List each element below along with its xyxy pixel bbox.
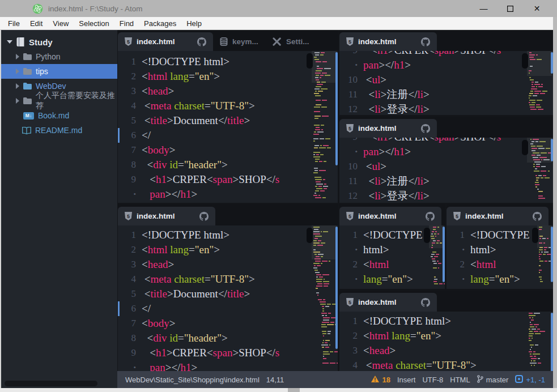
minimap-handle[interactable]	[307, 53, 313, 69]
menu-item-packages[interactable]: Packages	[139, 19, 181, 28]
minimap-visible-region[interactable]	[527, 51, 552, 76]
status-git-diff[interactable]: +1, -1	[515, 375, 545, 385]
minimap-visible-region[interactable]	[312, 225, 337, 259]
chevron-right-icon	[16, 83, 19, 89]
minimize-button[interactable]: —	[470, 0, 497, 17]
code-editor[interactable]: 1<!DOCTYPE html>2<html lang="en">3<head>…	[339, 312, 553, 371]
menu-item-find[interactable]: Find	[114, 19, 139, 28]
minimap[interactable]	[431, 225, 442, 288]
diff-counts: +1, -1	[526, 376, 545, 384]
code-text: </	[142, 128, 151, 143]
minimap-handle[interactable]	[307, 228, 313, 243]
tab-index.html[interactable]: 5index.html	[339, 293, 437, 312]
minimap-visible-region[interactable]	[527, 138, 552, 163]
minimap-handle[interactable]	[532, 228, 538, 243]
taskbar-fragment	[288, 388, 300, 392]
tree-horizontal-scrollbar[interactable]	[5, 381, 97, 386]
status-git-branch[interactable]: master	[477, 375, 509, 385]
tools-icon	[272, 37, 282, 46]
vertical-scrollbar[interactable]	[335, 52, 338, 165]
line-number: 3	[118, 84, 142, 99]
line-number: 4	[118, 99, 142, 113]
vertical-scrollbar[interactable]	[443, 227, 445, 282]
minimap-visible-region[interactable]	[537, 225, 552, 248]
tab-index.html[interactable]: 5index.html	[447, 207, 549, 225]
vertical-scrollbar[interactable]	[335, 227, 338, 349]
code-line: 1<!DOCTYPE html>	[339, 314, 553, 329]
tab-setti...[interactable]: Setti...	[265, 32, 320, 51]
minimap[interactable]	[313, 51, 335, 202]
tab-label: keym...	[232, 37, 258, 46]
code-text: <ul>	[363, 159, 386, 174]
line-number: 9	[339, 51, 363, 58]
minimap[interactable]	[539, 225, 550, 288]
status-file-path: WebDev\Static_Site\Shopping\index.html	[125, 376, 260, 384]
tab-index.html[interactable]: 5index.html	[118, 207, 215, 225]
code-line: •pan></h1>	[339, 58, 553, 73]
tab-bar: 5index.html	[339, 117, 553, 138]
menu-item-file[interactable]: File	[3, 19, 25, 28]
status-cursor-position[interactable]: 14,11	[266, 376, 284, 384]
maximize-button[interactable]	[497, 0, 524, 17]
minimap-visible-region[interactable]	[429, 225, 444, 248]
menu-item-edit[interactable]: Edit	[25, 19, 48, 28]
code-editor[interactable]: 1<!DOCTYPE html>2<html lang="en">3<head>…	[118, 51, 338, 203]
tree-item-tips[interactable]: tips	[0, 64, 117, 79]
html5-icon: 5	[346, 37, 354, 46]
minimap[interactable]	[529, 138, 550, 202]
code-text: pan></h1>	[142, 360, 197, 371]
menu-item-selection[interactable]: Selection	[74, 19, 114, 28]
code-text: <!DOCTYPE	[363, 228, 423, 242]
window-bottom-edge	[0, 388, 557, 392]
tab-keym...[interactable]: keym...	[213, 32, 265, 51]
minimap-handle[interactable]	[522, 53, 528, 69]
minimap-handle[interactable]	[424, 228, 430, 243]
code-line: 11 <li>注册</li>	[339, 174, 553, 189]
minimap[interactable]	[529, 312, 550, 370]
minimap[interactable]	[529, 51, 550, 114]
wrap-bullet: •	[118, 360, 142, 371]
status-warnings[interactable]: 18	[371, 376, 390, 384]
code-text: <title>Document</title>	[142, 113, 250, 128]
code-text: <!DOCTYPE html>	[142, 228, 229, 242]
tab-index.html[interactable]: 5index.html	[339, 207, 441, 225]
code-editor[interactable]: 1<!DOCTYPE html>2<html lang="en">3<head>…	[118, 225, 338, 371]
line-number: 4	[118, 272, 142, 287]
line-number: 6	[118, 301, 142, 316]
tree-root-study[interactable]: Study	[0, 35, 117, 49]
line-number: 7	[118, 316, 142, 331]
code-text: <div id="header">	[142, 331, 228, 346]
code-line: 2<html	[339, 257, 445, 272]
tab-index.html[interactable]: 5index.html	[339, 32, 437, 51]
status-mode[interactable]: Insert	[397, 376, 416, 384]
code-text: <head>	[142, 84, 174, 99]
menu-item-view[interactable]: View	[48, 19, 74, 28]
svg-text:5: 5	[348, 300, 351, 305]
tree-item-book.md[interactable]: M↓Book.md	[0, 108, 117, 123]
minimap-handle[interactable]	[522, 140, 528, 155]
code-text: <title>Document</title>	[142, 287, 250, 301]
code-text: <li>登录</li>	[363, 102, 430, 115]
line-number: 2	[118, 242, 142, 257]
tree-item-python[interactable]: Python	[0, 49, 117, 64]
close-button[interactable]: ✕	[524, 0, 550, 17]
tab-label: index.html	[137, 37, 175, 46]
tab-index.html[interactable]: 5index.html	[118, 32, 213, 51]
minimap-visible-region[interactable]	[312, 51, 337, 83]
code-line: 7<body>	[118, 143, 338, 157]
status-grammar[interactable]: HTML	[450, 376, 470, 384]
code-editor[interactable]: 9 <h1>CRPER<span>SHOP</s•pan></h1>10 <ul…	[339, 138, 553, 203]
wrap-bullet: •	[339, 144, 363, 159]
status-encoding[interactable]: UTF-8	[422, 376, 443, 384]
pane-top-right: 5index.html9 <h1>CRPER<span>SHOP</s•pan>…	[339, 30, 553, 115]
minimap[interactable]	[313, 225, 335, 370]
tree-item--[interactable]: 个人平台需要安装及推荐	[0, 93, 117, 108]
html5-icon: 5	[125, 37, 132, 46]
svg-text:5: 5	[348, 126, 351, 131]
tree-item-readme.md[interactable]: README.md	[0, 123, 117, 138]
tree-item-label: Book.md	[38, 111, 69, 120]
tab-index.html[interactable]: 5index.html	[339, 119, 437, 138]
menu-item-help[interactable]: Help	[181, 19, 207, 28]
code-editor[interactable]: 9 <h1>CRPER<span>SHOP</s•pan></h1>10 <ul…	[339, 51, 553, 115]
pane-bottom-mid-a: 5index.html1<!DOCTYPE•html>2<html•lang="…	[339, 204, 445, 289]
